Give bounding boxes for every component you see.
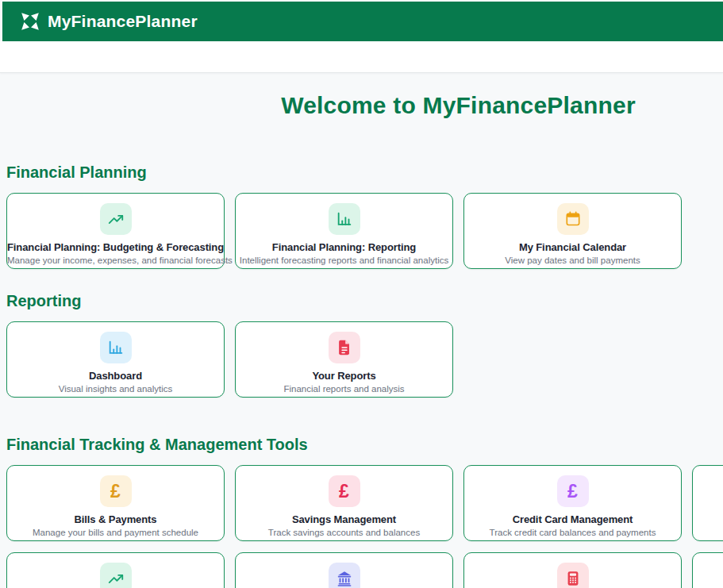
card-credit-card-management[interactable]: £ Credit Card Management Track credit ca…	[463, 465, 682, 541]
card-title: Credit Card Management	[464, 513, 681, 525]
welcome-heading: Welcome to MyFinancePlanner	[6, 90, 723, 121]
app-title: MyFinancePlanner	[48, 12, 198, 31]
pound-icon: £	[557, 475, 589, 507]
card-tracking-partial-right-row2[interactable]	[692, 552, 723, 588]
card-financial-planning-reporting[interactable]: Financial Planning: Reporting Intelligen…	[235, 193, 453, 269]
card-my-financial-calendar[interactable]: My Financial Calendar View pay dates and…	[463, 193, 682, 269]
trending-up-icon	[100, 563, 132, 588]
card-title: Bills & Payments	[7, 513, 224, 525]
card-subtitle: Manage your income, expenses, and financ…	[7, 256, 224, 265]
card-subtitle: Manage your bills and payment schedule	[7, 528, 224, 537]
card-title: My Financial Calendar	[464, 241, 681, 253]
financial-planning-grid: Financial Planning: Budgeting & Forecast…	[6, 193, 723, 269]
card-title: Savings Management	[236, 513, 452, 525]
card-title: Dashboard	[7, 370, 224, 382]
card-subtitle: Track savings accounts and balances	[236, 528, 452, 537]
reporting-grid: Dashboard Visual insights and analytics …	[6, 321, 723, 398]
bar-chart-icon	[100, 332, 132, 363]
card-subtitle: Track credit card balances and payments	[464, 528, 681, 537]
card-subtitle: Financial reports and analysis	[236, 384, 452, 394]
pound-icon: £	[100, 475, 132, 507]
card-tracking-partial-right-row1[interactable]	[692, 465, 723, 541]
card-title: Financial Planning: Budgeting & Forecast…	[7, 241, 224, 253]
pound-icon: £	[329, 475, 360, 507]
bar-chart-icon	[329, 203, 360, 235]
card-your-reports[interactable]: Your Reports Financial reports and analy…	[235, 321, 453, 398]
card-subtitle: Visual insights and analytics	[7, 384, 224, 394]
section-title-financial-planning: Financial Planning	[6, 163, 723, 181]
card-tracking-bank[interactable]	[235, 552, 453, 588]
section-title-reporting: Reporting	[6, 292, 723, 309]
card-budgeting-forecasting[interactable]: Financial Planning: Budgeting & Forecast…	[6, 193, 225, 269]
card-dashboard[interactable]: Dashboard Visual insights and analytics	[6, 321, 225, 398]
tracking-tools-grid: £ Bills & Payments Manage your bills and…	[6, 465, 723, 588]
toolbar	[0, 41, 723, 73]
card-tracking-growth[interactable]	[6, 552, 225, 588]
pinwheel-x-icon	[20, 11, 40, 32]
file-text-icon	[329, 332, 360, 363]
brand[interactable]: MyFinancePlanner	[20, 11, 198, 32]
card-savings-management[interactable]: £ Savings Management Track savings accou…	[235, 465, 453, 541]
main-content: Welcome to MyFinancePlanner Financial Pl…	[6, 73, 723, 588]
calendar-icon	[557, 203, 589, 235]
trending-up-icon	[100, 203, 132, 235]
card-subtitle: Intelligent forecasting reports and fina…	[236, 256, 452, 265]
card-tracking-calculator[interactable]	[463, 552, 682, 588]
card-title: Financial Planning: Reporting	[236, 241, 452, 253]
app-header: MyFinancePlanner	[2, 2, 723, 41]
calculator-icon	[557, 563, 589, 588]
card-bills-payments[interactable]: £ Bills & Payments Manage your bills and…	[6, 465, 225, 541]
card-title: Your Reports	[236, 370, 452, 382]
landmark-icon	[329, 563, 360, 588]
section-title-tracking-tools: Financial Tracking & Management Tools	[6, 436, 723, 453]
card-subtitle: View pay dates and bill payments	[464, 256, 681, 265]
